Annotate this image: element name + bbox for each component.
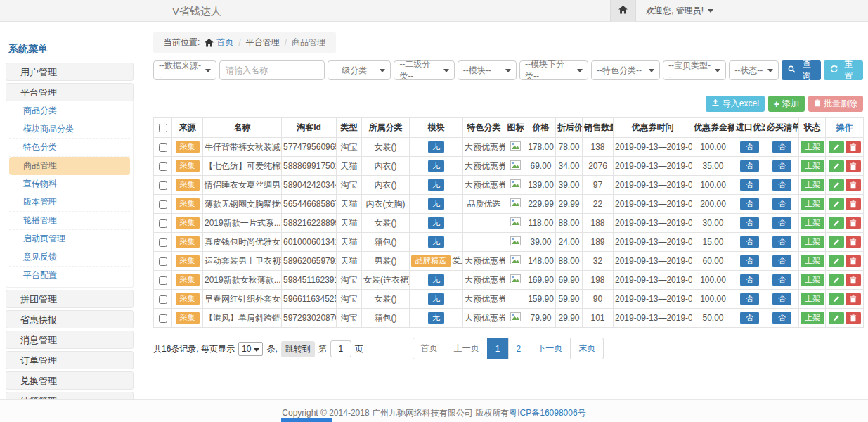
sidebar-item-0[interactable]: 用户管理 bbox=[6, 63, 134, 81]
must-buy-badge[interactable]: 否 bbox=[772, 179, 791, 191]
page-button-下一页[interactable]: 下一页 bbox=[529, 338, 571, 359]
delete-button[interactable] bbox=[846, 312, 861, 324]
module-subcategory-select[interactable]: --模块下分类-- bbox=[519, 60, 588, 80]
row-checkbox[interactable] bbox=[159, 200, 167, 209]
import-select-badge[interactable]: 否 bbox=[740, 274, 759, 286]
edit-button[interactable] bbox=[829, 179, 844, 191]
page-button-首页[interactable]: 首页 bbox=[413, 338, 446, 359]
data-source-select[interactable]: --数据来源-- bbox=[153, 60, 216, 80]
sidebar-item-13[interactable]: 省惠快报 bbox=[6, 310, 134, 328]
feature-category-select[interactable]: --特色分类-- bbox=[591, 60, 660, 80]
module-select[interactable]: --模块-- bbox=[458, 60, 517, 80]
name-input[interactable] bbox=[219, 60, 325, 80]
import-select-badge[interactable]: 否 bbox=[740, 236, 759, 248]
jump-page-input[interactable] bbox=[330, 340, 351, 357]
delete-button[interactable] bbox=[846, 255, 861, 267]
sidebar-subitem-8[interactable]: 轮播管理 bbox=[9, 212, 130, 230]
sidebar-item-1[interactable]: 平台管理 bbox=[6, 83, 134, 101]
sidebar-subitem-7[interactable]: 版本管理 bbox=[9, 193, 130, 212]
import-select-badge[interactable]: 否 bbox=[740, 293, 759, 305]
sidebar-subitem-6[interactable]: 宣传物料 bbox=[9, 175, 130, 193]
import-select-badge[interactable]: 否 bbox=[740, 198, 759, 210]
status-badge[interactable]: 上架 bbox=[801, 274, 824, 286]
must-buy-badge[interactable]: 否 bbox=[772, 274, 791, 286]
row-checkbox[interactable] bbox=[159, 257, 167, 266]
per-page-select[interactable]: 10 bbox=[238, 342, 263, 356]
delete-button[interactable] bbox=[846, 236, 861, 248]
status-select[interactable]: --状态-- bbox=[729, 60, 779, 80]
search-button[interactable]: 查询 bbox=[782, 60, 821, 80]
delete-button[interactable] bbox=[846, 160, 861, 172]
import-select-badge[interactable]: 否 bbox=[740, 141, 759, 153]
row-checkbox[interactable] bbox=[159, 219, 167, 228]
must-buy-badge[interactable]: 否 bbox=[772, 236, 791, 248]
home-button[interactable] bbox=[610, 0, 636, 22]
item-type-select[interactable]: --宝贝类型-- bbox=[663, 60, 726, 80]
import-select-badge[interactable]: 否 bbox=[740, 312, 759, 324]
row-checkbox[interactable] bbox=[159, 314, 167, 323]
sidebar-subitem-9[interactable]: 启动页管理 bbox=[9, 230, 130, 248]
delete-button[interactable] bbox=[846, 179, 861, 191]
status-badge[interactable]: 上架 bbox=[801, 179, 824, 191]
row-checkbox[interactable] bbox=[159, 276, 167, 285]
status-badge[interactable]: 上架 bbox=[801, 312, 824, 324]
sidebar-item-15[interactable]: 订单管理 bbox=[6, 351, 134, 369]
status-badge[interactable]: 上架 bbox=[801, 141, 824, 153]
icp-link[interactable]: 粤ICP备16098006号 bbox=[509, 408, 585, 418]
must-buy-badge[interactable]: 否 bbox=[772, 198, 791, 210]
sidebar-subitem-11[interactable]: 平台配置 bbox=[9, 267, 130, 285]
sidebar-subitem-5[interactable]: 商品管理 bbox=[9, 157, 130, 175]
import-select-badge[interactable]: 否 bbox=[740, 255, 759, 267]
edit-button[interactable] bbox=[829, 160, 844, 172]
status-badge[interactable]: 上架 bbox=[801, 236, 824, 248]
must-buy-badge[interactable]: 否 bbox=[772, 255, 791, 267]
row-checkbox[interactable] bbox=[159, 162, 167, 171]
status-badge[interactable]: 上架 bbox=[801, 255, 824, 267]
edit-button[interactable] bbox=[829, 274, 844, 286]
delete-button[interactable] bbox=[846, 198, 861, 210]
import-select-badge[interactable]: 否 bbox=[740, 217, 759, 229]
edit-button[interactable] bbox=[829, 312, 844, 324]
edit-button[interactable] bbox=[829, 198, 844, 210]
sidebar-item-12[interactable]: 拼团管理 bbox=[6, 290, 134, 308]
delete-button[interactable] bbox=[846, 274, 861, 286]
must-buy-badge[interactable]: 否 bbox=[772, 293, 791, 305]
sidebar-item-17[interactable]: 结算管理 bbox=[6, 392, 134, 399]
row-checkbox[interactable] bbox=[159, 143, 167, 152]
page-button-上一页[interactable]: 上一页 bbox=[446, 338, 488, 359]
sidebar-subitem-3[interactable]: 模块商品分类 bbox=[9, 120, 130, 139]
must-buy-badge[interactable]: 否 bbox=[772, 217, 791, 229]
must-buy-badge[interactable]: 否 bbox=[772, 312, 791, 324]
delete-button[interactable] bbox=[846, 293, 861, 305]
page-button-2[interactable]: 2 bbox=[508, 338, 530, 359]
edit-button[interactable] bbox=[829, 141, 844, 153]
sidebar-subitem-4[interactable]: 特色分类 bbox=[9, 139, 130, 157]
import-excel-button[interactable]: 导入excel bbox=[706, 96, 765, 112]
must-buy-badge[interactable]: 否 bbox=[772, 160, 791, 172]
import-select-badge[interactable]: 否 bbox=[740, 160, 759, 172]
level2-category-select[interactable]: --二级分类-- bbox=[394, 60, 454, 80]
import-select-badge[interactable]: 否 bbox=[740, 179, 759, 191]
user-menu[interactable]: 欢迎您, 管理员! bbox=[636, 0, 723, 22]
row-checkbox[interactable] bbox=[159, 295, 167, 304]
sidebar-item-16[interactable]: 兑换管理 bbox=[6, 371, 134, 390]
must-buy-badge[interactable]: 否 bbox=[772, 141, 791, 153]
level1-category-select[interactable]: 一级分类 bbox=[328, 60, 391, 80]
sidebar-subitem-10[interactable]: 意见反馈 bbox=[9, 248, 130, 267]
row-checkbox[interactable] bbox=[159, 238, 167, 247]
delete-button[interactable] bbox=[846, 217, 861, 229]
breadcrumb-link[interactable]: 首页 bbox=[216, 37, 233, 49]
select-all-checkbox[interactable] bbox=[159, 124, 167, 132]
add-button[interactable]: +添加 bbox=[768, 96, 805, 112]
batch-delete-button[interactable]: 批量删除 bbox=[808, 96, 863, 112]
edit-button[interactable] bbox=[829, 236, 844, 248]
page-button-1[interactable]: 1 bbox=[487, 338, 509, 359]
status-badge[interactable]: 上架 bbox=[801, 293, 824, 305]
edit-button[interactable] bbox=[829, 293, 844, 305]
status-badge[interactable]: 上架 bbox=[801, 217, 824, 229]
status-badge[interactable]: 上架 bbox=[801, 160, 824, 172]
edit-button[interactable] bbox=[829, 217, 844, 229]
delete-button[interactable] bbox=[846, 141, 861, 153]
edit-button[interactable] bbox=[829, 255, 844, 267]
status-badge[interactable]: 上架 bbox=[801, 198, 824, 210]
